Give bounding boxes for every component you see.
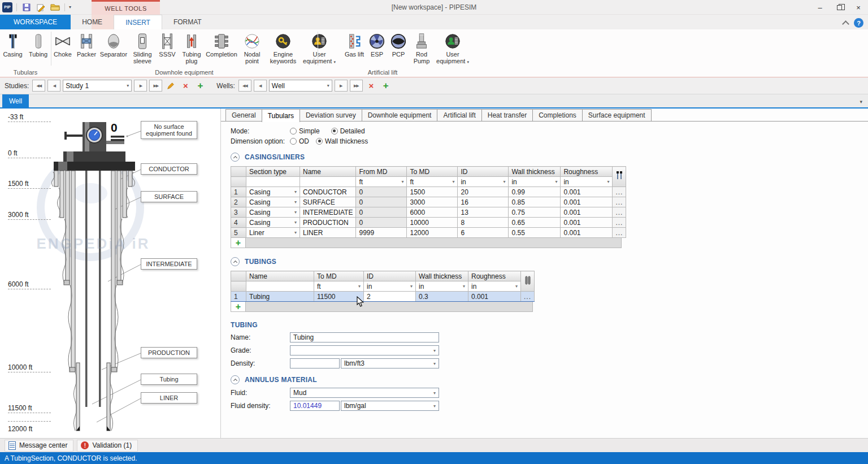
id-cell-editing[interactable]: 2 xyxy=(364,292,416,302)
wall-thickness-cell[interactable]: 0.99 xyxy=(509,187,561,197)
section-type-cell[interactable]: Casing▾ xyxy=(246,187,300,197)
id-cell[interactable]: 16 xyxy=(458,197,509,207)
mode-simple-radio[interactable] xyxy=(290,128,297,135)
callout-production[interactable]: PRODUCTION xyxy=(141,347,197,358)
delete-study-button[interactable]: × xyxy=(179,80,192,92)
study-last-button[interactable]: ▶▶ xyxy=(149,80,162,92)
row-number[interactable]: 4 xyxy=(231,218,246,228)
row-number[interactable]: 5 xyxy=(231,228,246,238)
study-select[interactable]: Study 1 ▾ xyxy=(63,80,132,92)
close-button[interactable]: × xyxy=(849,0,868,15)
wall-thickness-cell[interactable]: 0.3 xyxy=(416,292,468,302)
callout-intermediate[interactable]: INTERMEDIATE xyxy=(141,258,197,270)
name-cell[interactable]: PRODUCTION xyxy=(300,218,356,228)
wall-thickness-cell[interactable]: 0.55 xyxy=(509,228,561,238)
save-button[interactable] xyxy=(21,2,32,13)
restore-button[interactable] xyxy=(830,0,849,15)
collapse-annulus-button[interactable] xyxy=(231,375,240,384)
well-first-button[interactable]: ◀◀ xyxy=(238,80,251,92)
collapse-ribbon-icon[interactable] xyxy=(842,20,849,28)
tubing-density-input[interactable] xyxy=(290,358,340,368)
from-md-cell[interactable]: 0 xyxy=(356,207,407,218)
add-well-button[interactable]: + xyxy=(380,80,392,92)
row-number[interactable]: 2 xyxy=(231,197,246,207)
to-md-cell[interactable]: 11500 xyxy=(314,292,364,302)
tab-artificial-lift[interactable]: Artificial lift xyxy=(437,109,481,121)
tubing-grade-select[interactable]: ▾ xyxy=(290,345,439,355)
annulus-density-input[interactable]: 10.01449 xyxy=(290,401,340,411)
tab-heat-transfer[interactable]: Heat transfer xyxy=(481,109,533,121)
study-next-button[interactable]: ▶ xyxy=(134,80,147,92)
col-roughness[interactable]: Roughness xyxy=(468,271,521,281)
tab-home[interactable]: HOME xyxy=(71,15,114,29)
unit-from-md[interactable]: ft▾ xyxy=(356,177,407,187)
section-type-cell[interactable]: Casing▾ xyxy=(246,197,300,207)
tab-tubulars[interactable]: Tubulars xyxy=(262,109,300,122)
casing-tool-column-icon[interactable] xyxy=(613,167,626,187)
id-cell[interactable]: 6 xyxy=(458,228,509,238)
mode-detailed-radio[interactable] xyxy=(331,128,338,135)
tab-insert[interactable]: INSERT xyxy=(114,15,162,29)
id-cell[interactable]: 8 xyxy=(458,218,509,228)
roughness-cell[interactable]: 0.001 xyxy=(561,228,613,238)
roughness-cell[interactable]: 0.001 xyxy=(561,207,613,218)
tab-workspace[interactable]: WORKSPACE xyxy=(0,15,71,29)
wall-thickness-cell[interactable]: 0.85 xyxy=(509,197,561,207)
col-name[interactable]: Name xyxy=(300,167,356,177)
tab-downhole-equipment[interactable]: Downhole equipment xyxy=(362,109,438,121)
name-cell[interactable]: Tubing xyxy=(246,292,314,302)
row-number[interactable]: 1 xyxy=(231,292,246,302)
edit-button[interactable] xyxy=(35,2,46,13)
row-detail-button[interactable]: ... xyxy=(521,292,535,302)
col-from-md[interactable]: From MD xyxy=(356,167,407,177)
unit-to-md[interactable]: ft▾ xyxy=(407,177,458,187)
well-select[interactable]: Well ▾ xyxy=(269,80,332,92)
roughness-cell[interactable]: 0.001 xyxy=(561,187,613,197)
to-md-cell[interactable]: 3000 xyxy=(407,197,458,207)
edit-study-button[interactable] xyxy=(164,80,177,92)
study-prev-button[interactable]: ◀ xyxy=(47,80,60,92)
col-wall-thickness[interactable]: Wall thickness xyxy=(509,167,561,177)
col-id[interactable]: ID xyxy=(364,271,416,281)
col-to-md[interactable]: To MD xyxy=(407,167,458,177)
col-id[interactable]: ID xyxy=(458,167,509,177)
validation-tab[interactable]: ! Validation (1) xyxy=(77,440,138,452)
section-type-cell[interactable]: Casing▾ xyxy=(246,207,300,218)
minimize-button[interactable]: – xyxy=(810,0,830,15)
wall-thickness-cell[interactable]: 0.75 xyxy=(509,207,561,218)
to-md-cell[interactable]: 1500 xyxy=(407,187,458,197)
qat-dropdown-icon[interactable]: ▾ xyxy=(69,5,71,10)
tab-completions[interactable]: Completions xyxy=(532,109,583,121)
to-md-cell[interactable]: 12000 xyxy=(407,228,458,238)
section-type-cell[interactable]: Casing▾ xyxy=(246,218,300,228)
well-next-button[interactable]: ▶ xyxy=(335,80,348,92)
tubing-tool-column-icon[interactable] xyxy=(521,271,535,292)
col-to-md[interactable]: To MD xyxy=(314,271,364,281)
well-prev-button[interactable]: ◀ xyxy=(254,80,267,92)
to-md-cell[interactable]: 6000 xyxy=(407,207,458,218)
col-name[interactable]: Name xyxy=(246,271,314,281)
tab-surface-equipment[interactable]: Surface equipment xyxy=(582,109,652,121)
row-detail-button[interactable]: ... xyxy=(613,228,626,238)
row-detail-button[interactable]: ... xyxy=(613,187,626,197)
row-number[interactable]: 1 xyxy=(231,187,246,197)
to-md-cell[interactable]: 10000 xyxy=(407,218,458,228)
name-cell[interactable]: SURFACE xyxy=(300,197,356,207)
message-center-tab[interactable]: Message center xyxy=(5,440,73,452)
well-last-button[interactable]: ▶▶ xyxy=(350,80,363,92)
study-first-button[interactable]: ◀◀ xyxy=(32,80,45,92)
row-detail-button[interactable]: ... xyxy=(613,207,626,218)
col-roughness[interactable]: Roughness xyxy=(561,167,613,177)
app-logo-icon[interactable]: PIP xyxy=(2,2,12,12)
col-section-type[interactable]: Section type xyxy=(246,167,300,177)
name-cell[interactable]: CONDUCTOR xyxy=(300,187,356,197)
callout-surface[interactable]: SURFACE xyxy=(141,191,197,202)
id-cell[interactable]: 13 xyxy=(458,207,509,218)
section-type-cell[interactable]: Liner▾ xyxy=(246,228,300,238)
collapse-casings-button[interactable] xyxy=(231,153,240,162)
roughness-cell[interactable]: 0.001 xyxy=(561,218,613,228)
unit-id[interactable]: in▾ xyxy=(364,281,416,292)
callout-conductor[interactable]: CONDUCTOR xyxy=(141,163,197,175)
delete-well-button[interactable]: × xyxy=(365,80,377,92)
callout-liner[interactable]: LINER xyxy=(141,392,197,404)
